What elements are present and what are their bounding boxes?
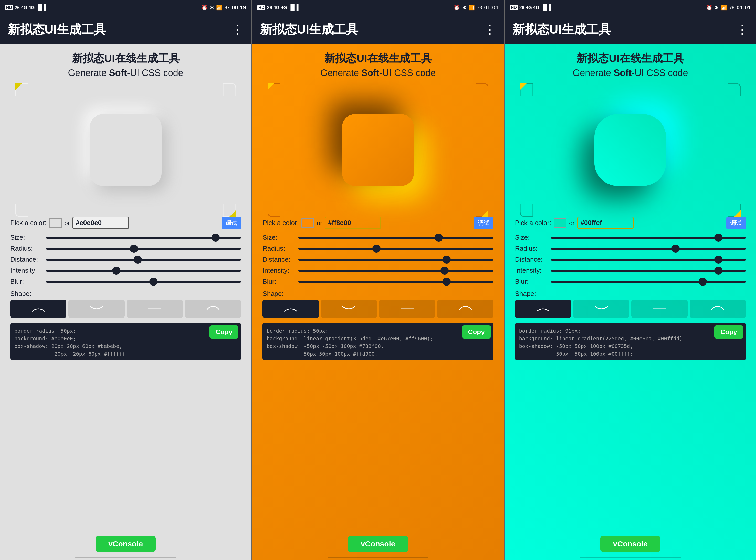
color-swatch[interactable] [554,218,566,228]
color-hex-input[interactable] [73,217,129,229]
shape-btn-convex[interactable] [515,300,571,318]
slider-row-radius: Radius: [262,244,493,253]
vconsole-bar: vConsole [252,532,503,557]
adjust-button[interactable]: 调试 [726,217,746,229]
shape-btn-convex[interactable] [10,300,66,318]
color-swatch[interactable] [301,218,314,228]
shape-btn-concave[interactable] [321,300,377,318]
color-swatch[interactable] [49,218,62,228]
signal-text: 26 4G 4G [15,5,35,11]
slider-track[interactable] [46,247,241,249]
slider-thumb[interactable] [714,234,722,242]
slider-thumb[interactable] [134,256,142,264]
screens-container: HD 26 4G 4G ▐▌▌ ⏰ ✱ 📶 87 00:19 新拟态UI生成工具… [0,0,756,560]
color-hex-input[interactable] [577,217,634,229]
vconsole-button[interactable]: vConsole [348,536,408,552]
top-decorations [515,83,746,99]
shape-label: Shape: [10,290,241,298]
slider-track[interactable] [551,247,746,249]
slider-track[interactable] [46,281,241,283]
slider-track[interactable] [551,281,746,283]
shape-section: Shape: [10,290,241,318]
slider-row-intensity: Intensity: [262,266,493,275]
slider-label: Size: [515,234,548,241]
phone-screen-teal: HD 26 4G 4G ▐▌▌ ⏰ ✱ 📶 78 01:01 新拟态UI生成工具… [505,0,756,560]
shape-btn-convex[interactable] [262,300,319,318]
color-hex-input[interactable] [325,217,381,229]
slider-track[interactable] [551,259,746,261]
svg-marker-1 [230,210,236,217]
copy-button[interactable]: Copy [462,325,491,339]
slider-thumb[interactable] [440,266,449,275]
css-code-text: border-radius: 50px; background: linear-… [266,327,489,358]
neumorphic-box [594,114,666,186]
shape-btn-pressed[interactable] [690,300,746,318]
controls-section: Pick a color: or 调试 Size: Radius: Distan… [10,217,241,527]
vconsole-button[interactable]: vConsole [600,536,660,552]
header-chinese: 新拟态UI在线生成工具 [262,51,493,65]
shape-btn-concave[interactable] [68,300,124,318]
bottom-decorations [262,201,493,217]
status-left: HD 26 4G 4G ▐▌▌ [510,4,553,11]
slider-track[interactable] [298,281,493,283]
shape-btn-flat[interactable] [379,300,435,318]
menu-dots-button[interactable]: ⋮ [231,22,243,37]
shape-btn-concave[interactable] [573,300,629,318]
deco-top-left [520,83,533,96]
menu-dots-button[interactable]: ⋮ [484,22,496,37]
hd-badge: HD [257,5,265,10]
neumorphic-box [90,114,162,186]
shape-btn-pressed[interactable] [437,300,493,318]
copy-button[interactable]: Copy [210,325,238,339]
slider-thumb[interactable] [112,266,120,275]
slider-thumb[interactable] [372,244,381,253]
slider-track[interactable] [298,269,493,272]
slider-thumb[interactable] [714,256,722,264]
signal-bars: ▐▌▌ [541,4,553,11]
menu-dots-button[interactable]: ⋮ [736,22,748,37]
controls-section: Pick a color: or 调试 Size: Radius: Distan… [515,217,746,527]
slider-track[interactable] [551,269,746,272]
slider-thumb[interactable] [212,234,220,242]
time-display: 01:01 [737,4,751,11]
header-english: Generate Soft-UI CSS code [515,67,746,78]
slider-track[interactable] [46,269,241,272]
slider-track[interactable] [298,237,493,239]
slider-thumb[interactable] [130,244,138,253]
slider-thumb[interactable] [435,234,443,242]
shape-btn-pressed[interactable] [185,300,241,318]
time-display: 00:19 [232,4,246,11]
status-right: ⏰ ✱ 📶 78 01:01 [454,4,498,11]
slider-thumb[interactable] [442,278,451,286]
main-content: 新拟态UI在线生成工具 Generate Soft-UI CSS code Pi… [505,43,756,532]
slider-row-intensity: Intensity: [10,266,241,275]
slider-row-size: Size: [10,234,241,241]
vconsole-bar: vConsole [0,532,251,557]
color-label: Pick a color: [262,219,299,227]
scroll-indicator [75,557,176,558]
slider-track[interactable] [298,259,493,261]
slider-thumb[interactable] [442,256,451,264]
slider-row-intensity: Intensity: [515,266,746,275]
adjust-button[interactable]: 调试 [474,217,494,229]
alarm-icon: ⏰ [454,5,460,11]
shape-buttons-group [10,300,241,318]
slider-track[interactable] [551,237,746,239]
slider-track[interactable] [46,237,241,239]
bluetooth-icon: ✱ [715,5,719,11]
copy-button[interactable]: Copy [714,325,743,339]
adjust-button[interactable]: 调试 [221,217,241,229]
top-decorations [10,83,241,99]
shape-btn-flat[interactable] [127,300,183,318]
vconsole-button[interactable]: vConsole [96,536,156,552]
signal-text: 26 4G 4G [519,5,539,11]
shape-btn-flat[interactable] [631,300,688,318]
slider-thumb[interactable] [714,266,722,275]
slider-track[interactable] [298,247,493,249]
slider-thumb[interactable] [672,244,680,253]
slider-label: Blur: [10,278,43,285]
shape-buttons-group [515,300,746,318]
slider-thumb[interactable] [699,278,707,286]
slider-thumb[interactable] [149,278,158,286]
slider-track[interactable] [46,259,241,261]
